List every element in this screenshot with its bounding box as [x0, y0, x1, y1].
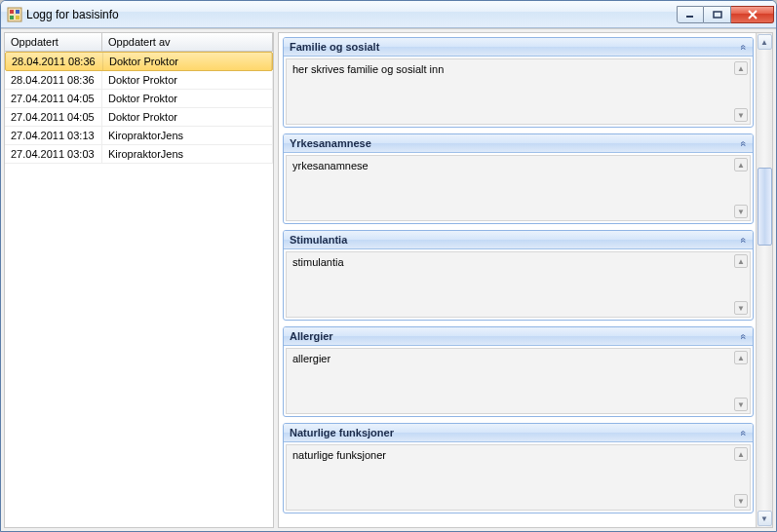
field-scroll-down-icon[interactable]: ▼	[734, 108, 748, 122]
table-header: Oppdatert Oppdatert av	[5, 33, 273, 52]
field-scroll-up-icon[interactable]: ▲	[734, 447, 748, 461]
field-scroll-down-icon[interactable]: ▼	[734, 205, 748, 218]
cell-updated-by: Doktor Proktor	[102, 90, 273, 107]
scroll-up-icon[interactable]: ▲	[758, 34, 772, 50]
collapsible-panel: Yrkesanamnese«yrkesanamnese▲▼	[283, 133, 754, 224]
table-row[interactable]: 28.04.2011 08:36Doktor Proktor	[5, 71, 273, 90]
field-scrollbar[interactable]: ▲▼	[734, 158, 748, 218]
collapse-icon[interactable]: «	[739, 237, 750, 243]
cell-updated-by: KiropraktorJens	[102, 145, 273, 163]
svg-rect-4	[16, 16, 19, 19]
column-header-updated[interactable]: Oppdatert	[5, 33, 102, 51]
collapsible-panel: Allergier«allergier▲▼	[283, 326, 754, 417]
column-header-updated-by[interactable]: Oppdatert av	[102, 33, 273, 51]
panel-body: stimulantia▲▼	[286, 251, 751, 318]
close-button[interactable]	[731, 6, 774, 23]
vertical-scrollbar[interactable]: ▲ ▼	[756, 33, 772, 527]
log-table-panel: Oppdatert Oppdatert av 28.04.2011 08:36D…	[4, 32, 274, 528]
panel-header[interactable]: Allergier«	[284, 327, 753, 346]
panel-title: Naturlige funksjoner	[290, 427, 394, 438]
table-row[interactable]: 27.04.2011 04:05Doktor Proktor	[5, 90, 273, 108]
panel-content: her skrives familie og sosialt inn	[292, 63, 744, 75]
table-row[interactable]: 27.04.2011 04:05Doktor Proktor	[5, 108, 273, 127]
panel-body: naturlige funksjoner▲▼	[286, 444, 751, 511]
collapsible-panel: Naturlige funksjoner«naturlige funksjone…	[283, 423, 754, 513]
collapse-icon[interactable]: «	[739, 333, 750, 339]
cell-updated: 27.04.2011 04:05	[5, 108, 102, 126]
field-scrollbar[interactable]: ▲▼	[734, 61, 748, 122]
field-scroll-up-icon[interactable]: ▲	[734, 351, 748, 364]
field-scroll-down-icon[interactable]: ▼	[734, 398, 748, 411]
cell-updated: 28.04.2011 08:36	[5, 71, 102, 89]
window-title: Logg for basisinfo	[26, 8, 677, 21]
panel-content: yrkesanamnese	[292, 160, 744, 171]
minimize-button[interactable]	[677, 6, 704, 23]
svg-rect-5	[686, 16, 693, 18]
collapse-icon[interactable]: «	[739, 44, 750, 50]
table-body: 28.04.2011 08:36Doktor Proktor28.04.2011…	[5, 52, 273, 527]
field-scroll-down-icon[interactable]: ▼	[734, 494, 748, 508]
cell-updated-by: Doktor Proktor	[102, 108, 273, 126]
cell-updated: 27.04.2011 04:05	[5, 90, 102, 107]
scroll-thumb[interactable]	[758, 168, 772, 246]
panels-container: Familie og sosialt«her skrives familie o…	[279, 33, 756, 527]
cell-updated: 27.04.2011 03:03	[5, 145, 102, 163]
panel-title: Familie og sosialt	[290, 41, 379, 53]
scroll-down-icon[interactable]: ▼	[758, 511, 772, 526]
svg-rect-2	[16, 10, 19, 14]
detail-panel: Familie og sosialt«her skrives familie o…	[278, 32, 773, 528]
panel-body: her skrives familie og sosialt inn▲▼	[286, 58, 751, 125]
panel-title: Allergier	[290, 330, 333, 342]
titlebar[interactable]: Logg for basisinfo	[1, 1, 776, 28]
panel-content: naturlige funksjoner	[292, 449, 744, 461]
scroll-track[interactable]	[758, 51, 772, 510]
panel-header[interactable]: Familie og sosialt«	[284, 38, 753, 57]
field-scroll-up-icon[interactable]: ▲	[734, 61, 748, 75]
panel-body: allergier▲▼	[286, 348, 751, 414]
table-row[interactable]: 27.04.2011 03:03KiropraktorJens	[5, 145, 273, 164]
table-row[interactable]: 28.04.2011 08:36Doktor Proktor	[5, 52, 273, 71]
cell-updated-by: KiropraktorJens	[102, 127, 273, 144]
client-area: Oppdatert Oppdatert av 28.04.2011 08:36D…	[1, 28, 776, 531]
maximize-button[interactable]	[704, 6, 731, 23]
collapse-icon[interactable]: «	[739, 140, 750, 146]
field-scroll-up-icon[interactable]: ▲	[734, 254, 748, 268]
cell-updated-by: Doktor Proktor	[103, 53, 272, 70]
field-scrollbar[interactable]: ▲▼	[734, 254, 748, 315]
panel-content: stimulantia	[292, 256, 744, 268]
table-row[interactable]: 27.04.2011 03:13KiropraktorJens	[5, 127, 273, 145]
panel-content: allergier	[292, 353, 744, 364]
cell-updated-by: Doktor Proktor	[102, 71, 273, 89]
cell-updated: 27.04.2011 03:13	[5, 127, 102, 144]
svg-rect-3	[10, 16, 14, 19]
panel-header[interactable]: Naturlige funksjoner«	[284, 424, 753, 442]
panel-body: yrkesanamnese▲▼	[286, 155, 751, 221]
panel-header[interactable]: Stimulantia«	[284, 231, 753, 249]
svg-rect-6	[714, 12, 721, 18]
app-icon	[7, 7, 22, 22]
svg-rect-1	[10, 10, 14, 14]
panel-title: Stimulantia	[290, 234, 347, 246]
app-window: Logg for basisinfo Oppdatert Oppdatert a…	[0, 0, 777, 532]
cell-updated: 28.04.2011 08:36	[6, 53, 103, 70]
collapse-icon[interactable]: «	[739, 430, 750, 436]
panel-title: Yrkesanamnese	[290, 137, 371, 149]
field-scrollbar[interactable]: ▲▼	[734, 447, 748, 508]
window-controls	[677, 6, 774, 23]
collapsible-panel: Stimulantia«stimulantia▲▼	[283, 230, 754, 321]
field-scrollbar[interactable]: ▲▼	[734, 351, 748, 411]
field-scroll-down-icon[interactable]: ▼	[734, 301, 748, 315]
field-scroll-up-icon[interactable]: ▲	[734, 158, 748, 171]
collapsible-panel: Familie og sosialt«her skrives familie o…	[283, 37, 754, 128]
panel-header[interactable]: Yrkesanamnese«	[284, 134, 753, 153]
